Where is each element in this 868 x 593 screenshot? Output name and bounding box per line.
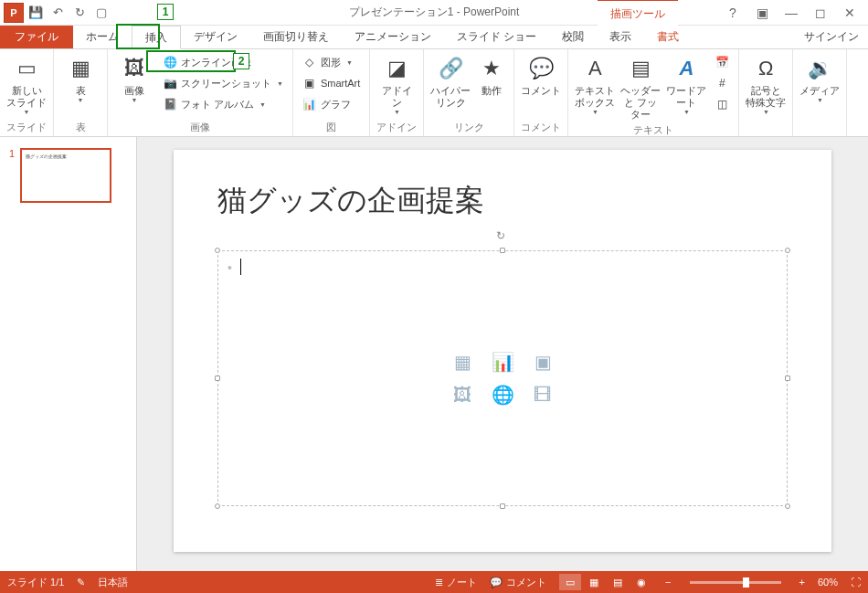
online-pictures-button[interactable]: 🌐 オンライン画像 [159,52,287,72]
resize-handle[interactable] [215,503,220,509]
wordart-icon: A [672,54,701,83]
tab-format[interactable]: 書式 [644,25,692,48]
group-comments: 💬 コメント コメント [514,49,568,136]
tab-insert[interactable]: 挿入 [132,26,181,49]
resize-handle[interactable] [785,376,790,381]
thumbnail-item[interactable]: 1 猫グッズの企画提案 [9,148,127,203]
chevron-down-icon: ▼ [817,97,823,103]
slideshow-view-icon[interactable]: ◉ [630,574,652,590]
resize-handle[interactable] [215,376,220,381]
ribbon-tabs: ファイル ホーム 挿入 デザイン 画面切り替え アニメーション スライド ショー… [0,26,868,49]
notes-button[interactable]: ≣ ノート [435,576,477,589]
addins-button[interactable]: ◪ アドイ ン ▼ [376,52,418,115]
tab-slideshow[interactable]: スライド ショー [444,25,549,48]
thumbnail-preview[interactable]: 猫グッズの企画提案 [20,148,111,203]
slide-number-icon: # [715,76,729,90]
hyperlink-button[interactable]: 🔗 ハイパーリンク [429,52,471,109]
thumbnail-number: 1 [9,148,15,203]
rotate-handle-icon[interactable]: ↻ [496,229,509,242]
undo-icon[interactable]: ↶ [48,3,68,23]
resize-handle[interactable] [785,503,790,509]
textbox-icon: A [580,54,609,83]
resize-handle[interactable] [500,248,505,253]
resize-handle[interactable] [785,248,790,253]
screenshot-button[interactable]: 📷 スクリーンショット ▼ [159,73,287,93]
tab-transitions[interactable]: 画面切り替え [250,25,342,48]
insert-smartart-icon[interactable]: ▣ [527,348,558,376]
tab-home[interactable]: ホーム [73,25,132,48]
insert-video-icon[interactable]: 🎞 [527,381,558,408]
media-icon: 🔉 [805,54,834,83]
close-icon[interactable]: ✕ [837,3,863,23]
slide[interactable]: 猫グッズの企画提案 ↻ • ▦ 📊 ▣ 🖼 🌐 [174,150,831,552]
chart-button[interactable]: 📊 グラフ [299,94,364,114]
help-icon[interactable]: ? [720,3,746,23]
addins-icon: ◪ [382,54,411,83]
slide-indicator[interactable]: スライド 1/1 [7,576,64,589]
tab-view[interactable]: 表示 [597,25,644,48]
save-icon[interactable]: 💾 [26,3,46,23]
comment-button[interactable]: 💬 コメント [520,52,562,97]
date-time-button[interactable]: 📅 [711,52,733,72]
object-button[interactable]: ◫ [711,94,733,114]
content-placeholder[interactable]: ↻ • ▦ 📊 ▣ 🖼 🌐 🎞 [217,250,788,506]
symbol-button[interactable]: Ω 記号と 特殊文字 ▼ [745,52,787,115]
redo-icon[interactable]: ↻ [69,3,90,23]
spellcheck-icon[interactable]: ✎ [77,577,85,588]
tab-animations[interactable]: アニメーション [342,25,444,48]
zoom-out-button[interactable]: − [665,577,671,588]
object-icon: ◫ [715,97,729,111]
tab-design[interactable]: デザイン [181,25,250,48]
photo-album-button[interactable]: 📓 フォト アルバム ▼ [159,94,287,114]
zoom-slider[interactable] [690,581,781,584]
start-from-beginning-icon[interactable]: ▢ [91,3,111,23]
callout-2: 2 [233,53,249,69]
slide-sorter-view-icon[interactable]: ▦ [583,574,605,590]
new-slide-button[interactable]: ▭ 新しい スライド ▼ [5,52,48,115]
smartart-button[interactable]: ▣ SmartArt [299,73,364,93]
slide-title[interactable]: 猫グッズの企画提案 [217,181,788,221]
tab-review[interactable]: 校閲 [549,25,597,48]
hyperlink-icon: 🔗 [436,54,465,83]
zoom-in-button[interactable]: + [799,577,805,588]
resize-handle[interactable] [500,503,505,509]
media-button[interactable]: 🔉 メディア ▼ [799,52,841,103]
pictures-button[interactable]: 🖼 画像 ▼ [113,52,155,103]
table-button[interactable]: ▦ 表 ▼ [59,52,101,103]
quick-access-toolbar: P 💾 ↶ ↻ ▢ [0,3,115,23]
insert-table-icon[interactable]: ▦ [447,348,478,376]
fit-to-window-icon[interactable]: ⛶ [851,577,861,588]
insert-picture-icon[interactable]: 🖼 [447,381,478,408]
slide-number-button[interactable]: # [711,73,733,93]
normal-view-icon[interactable]: ▭ [559,574,581,590]
reading-view-icon[interactable]: ▤ [607,574,629,590]
window-title: プレゼンテーション1 - PowerPoint [349,5,520,20]
group-illustrations: ◇ 図形 ▼ ▣ SmartArt 📊 グラフ 図 [293,49,370,136]
symbol-icon: Ω [751,54,780,83]
chevron-down-icon: ▼ [394,109,400,115]
sign-in-link[interactable]: サインイン [795,26,868,48]
language-indicator[interactable]: 日本語 [98,576,128,589]
textbox-button[interactable]: A テキスト ボックス ▼ [574,52,616,115]
new-slide-icon: ▭ [12,54,41,83]
zoom-level[interactable]: 60% [818,577,838,588]
minimize-icon[interactable]: — [778,3,804,23]
wordart-button[interactable]: A ワードアート ▼ [665,52,707,115]
chart-icon: 📊 [302,97,317,111]
header-footer-button[interactable]: ▤ ヘッダーと フッター [619,52,662,122]
zoom-slider-thumb[interactable] [743,577,749,588]
restore-icon[interactable]: ◻ [808,3,833,23]
slide-thumbnail-panel[interactable]: 1 猫グッズの企画提案 [0,137,137,571]
slide-canvas-area[interactable]: 猫グッズの企画提案 ↻ • ▦ 📊 ▣ 🖼 🌐 [137,137,868,571]
chevron-down-icon: ▼ [277,80,283,87]
comments-button[interactable]: 💬 コメント [490,576,546,589]
action-button[interactable]: ★ 動作 [475,52,508,97]
app-icon[interactable]: P [4,3,24,23]
ribbon-display-icon[interactable]: ▣ [749,3,775,23]
insert-chart-icon[interactable]: 📊 [487,348,518,376]
shapes-button[interactable]: ◇ 図形 ▼ [299,52,364,72]
resize-handle[interactable] [215,248,220,253]
tab-file[interactable]: ファイル [0,25,73,48]
group-slides: ▭ 新しい スライド ▼ スライド [0,49,54,136]
insert-online-picture-icon[interactable]: 🌐 [487,381,518,408]
